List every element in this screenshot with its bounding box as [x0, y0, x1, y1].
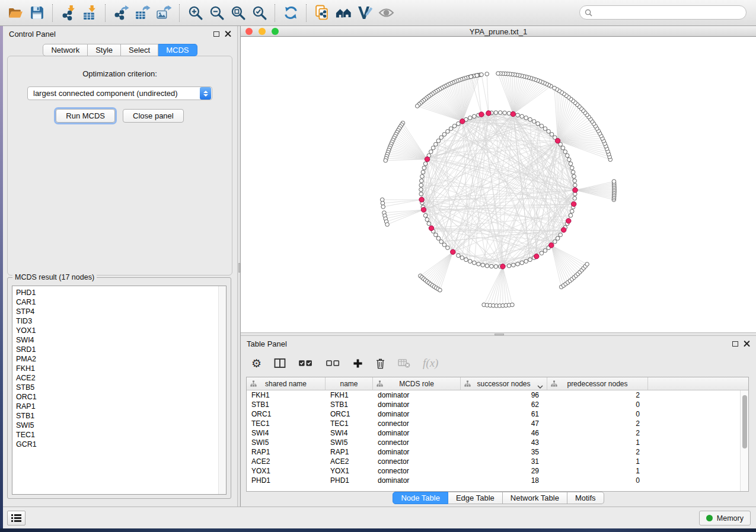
- table-scrollbar-thumb[interactable]: [742, 395, 747, 448]
- table-row[interactable]: SWI5SWI5connector431: [247, 438, 740, 447]
- cell-predecessor_nodes: 2: [547, 447, 648, 457]
- toolbar-separator: [306, 4, 307, 22]
- table-row[interactable]: YOX1YOX1connector291: [247, 466, 740, 476]
- export-network-button[interactable]: [110, 2, 132, 24]
- tab-motifs[interactable]: Motifs: [567, 492, 604, 504]
- status-bar: Memory: [3, 507, 756, 528]
- column-header-MCDS-role[interactable]: MCDS role: [373, 377, 461, 390]
- table-row[interactable]: FKH1FKH1dominator962: [247, 390, 740, 400]
- tab-mcds[interactable]: MCDS: [158, 44, 197, 56]
- cell-successor_nodes: 43: [461, 438, 547, 447]
- mcds-result-item[interactable]: ORC1: [16, 392, 226, 402]
- mcds-result-item[interactable]: PMA2: [16, 354, 226, 364]
- tab-style[interactable]: Style: [88, 44, 121, 56]
- mcds-result-title: MCDS result (17 nodes): [12, 273, 97, 281]
- result-list-scrollbar[interactable]: [218, 286, 226, 494]
- shared-column-icon: [377, 380, 383, 389]
- clone-network-button[interactable]: [311, 2, 333, 24]
- cell-mcds_role: dominator: [373, 476, 461, 485]
- tab-node-table[interactable]: Node Table: [393, 492, 448, 504]
- mcds-result-item[interactable]: STB1: [16, 411, 226, 421]
- tab-network-table[interactable]: Network Table: [503, 492, 567, 504]
- mcds-result-item[interactable]: PHD1: [16, 288, 226, 297]
- mcds-result-item[interactable]: FKH1: [16, 364, 226, 373]
- memory-button[interactable]: Memory: [699, 511, 751, 525]
- shared-column-icon: [464, 380, 471, 389]
- close-panel-button[interactable]: Close panel: [123, 109, 184, 123]
- mcds-result-item[interactable]: SRD1: [16, 345, 226, 354]
- show-columns-button[interactable]: [274, 355, 286, 371]
- toolbar-separator: [52, 4, 53, 22]
- mcds-result-item[interactable]: STB5: [16, 383, 226, 392]
- mcds-result-item[interactable]: ACE2: [16, 373, 226, 383]
- mcds-result-item[interactable]: CAR1: [16, 297, 226, 307]
- mcds-result-item[interactable]: SWI5: [16, 421, 226, 430]
- column-header-successor-nodes[interactable]: successor nodes: [461, 377, 547, 390]
- cell-successor_nodes: 18: [461, 476, 547, 485]
- mcds-result-item[interactable]: STP4: [16, 307, 226, 316]
- tab-network[interactable]: Network: [43, 44, 88, 56]
- splitter-grip[interactable]: [238, 263, 240, 273]
- criterion-dropdown[interactable]: largest connected component (undirected): [27, 86, 212, 100]
- network-overview-button[interactable]: [7, 511, 25, 525]
- memory-label: Memory: [717, 514, 744, 523]
- control-panel-close-icon[interactable]: [225, 31, 231, 37]
- import-network-button[interactable]: [58, 2, 79, 24]
- zoom-in-button[interactable]: [184, 2, 206, 24]
- cell-name: SWI5: [326, 438, 373, 447]
- export-table-button[interactable]: [132, 2, 153, 24]
- cell-name: ORC1: [326, 409, 373, 419]
- table-row[interactable]: ORC1ORC1dominator610: [247, 409, 740, 419]
- table-panel-float-icon[interactable]: [732, 341, 738, 347]
- tab-edge-table[interactable]: Edge Table: [448, 492, 503, 504]
- hide-panel-button[interactable]: [375, 2, 397, 24]
- zoom-fit-button[interactable]: [227, 2, 248, 24]
- mcds-result-item[interactable]: TID3: [16, 316, 226, 326]
- table-panel-title: Table Panel: [247, 339, 287, 348]
- add-column-button[interactable]: [353, 355, 363, 371]
- table-row[interactable]: TEC1TEC1connector472: [247, 419, 740, 428]
- vizmapper-button[interactable]: [354, 2, 375, 24]
- table-row[interactable]: ACE2ACE2connector311: [247, 457, 740, 466]
- splitter-grip-horizontal[interactable]: [495, 334, 504, 335]
- table-row[interactable]: SWI4SWI4dominator462: [247, 428, 740, 438]
- control-panel-float-icon[interactable]: [213, 31, 219, 37]
- table-scrollbar[interactable]: [740, 390, 748, 491]
- save-session-button[interactable]: [26, 2, 47, 24]
- search-input[interactable]: [595, 7, 741, 18]
- mcds-result-item[interactable]: RAP1: [16, 402, 226, 411]
- criterion-value: largest connected component (undirected): [28, 89, 200, 98]
- deselect-all-rows-button[interactable]: [326, 355, 340, 371]
- delete-column-button[interactable]: [375, 355, 385, 371]
- cybrowser-button[interactable]: [333, 2, 354, 24]
- column-label: successor nodes: [477, 380, 530, 388]
- export-image-button[interactable]: [153, 2, 174, 24]
- table-row[interactable]: STB1STB1dominator620: [247, 400, 740, 409]
- network-view-frame: YPA_prune.txt_1: [241, 26, 756, 332]
- cell-shared_name: STB1: [247, 400, 326, 409]
- column-header-shared-name[interactable]: shared name: [247, 377, 326, 390]
- apply-layout-button[interactable]: [280, 2, 301, 24]
- table-panel-close-icon[interactable]: [744, 341, 750, 347]
- cell-shared_name: SWI4: [247, 428, 326, 438]
- mcds-result-item[interactable]: YOX1: [16, 326, 226, 335]
- column-label: predecessor nodes: [567, 380, 627, 388]
- cell-name: STB1: [326, 400, 373, 409]
- zoom-selected-button[interactable]: [248, 2, 270, 24]
- table-row[interactable]: PHD1PHD1dominator180: [247, 476, 740, 485]
- table-row[interactable]: RAP1RAP1dominator352: [247, 447, 740, 457]
- network-canvas[interactable]: [241, 37, 756, 332]
- table-settings-button[interactable]: ⚙: [251, 355, 261, 371]
- column-header-name[interactable]: name: [326, 377, 373, 390]
- mcds-result-item[interactable]: GCR1: [16, 440, 226, 449]
- select-all-rows-button[interactable]: [298, 355, 313, 371]
- mcds-result-item[interactable]: SWI4: [16, 335, 226, 345]
- zoom-out-button[interactable]: [206, 2, 227, 24]
- run-mcds-button[interactable]: Run MCDS: [56, 109, 115, 123]
- cell-shared_name: SWI5: [247, 438, 326, 447]
- open-file-button[interactable]: [5, 2, 26, 24]
- import-table-button[interactable]: [79, 2, 100, 24]
- column-header-predecessor-nodes[interactable]: predecessor nodes: [547, 377, 648, 390]
- mcds-result-item[interactable]: TEC1: [16, 430, 226, 440]
- tab-select[interactable]: Select: [121, 44, 158, 56]
